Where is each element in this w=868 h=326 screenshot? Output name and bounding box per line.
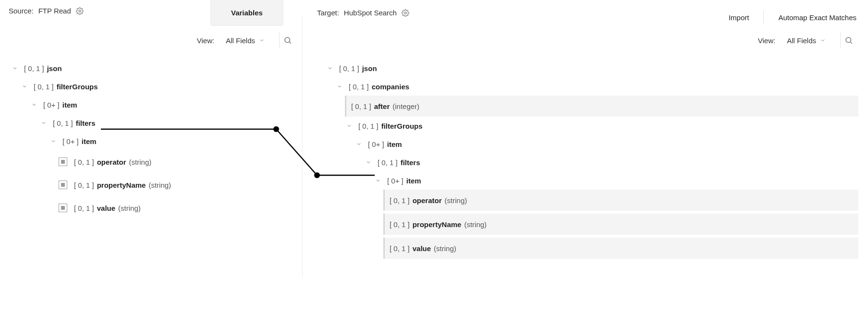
field-name: value [413, 244, 431, 253]
cardinality: [ 0, 1 ] [74, 204, 94, 212]
svg-point-2 [285, 37, 290, 43]
field-name: filters [401, 158, 420, 167]
chevron-down-icon[interactable] [335, 82, 344, 91]
field-name: filterGroups [381, 122, 423, 130]
field-type: (string) [118, 204, 141, 212]
field-name: item [387, 140, 402, 148]
field-checkbox[interactable] [59, 204, 67, 212]
tree-node-item-mapped[interactable]: [ 0+ ] item [326, 171, 862, 190]
panels: View: All Fields [ 0, 1 ] json [0, 15, 868, 278]
field-name: after [374, 102, 390, 110]
target-toolbar: View: All Fields [303, 15, 868, 57]
search-button[interactable] [279, 32, 295, 48]
tree-node-operator[interactable]: [ 0, 1 ] operator (string) [11, 150, 296, 173]
cardinality: [ 0+ ] [387, 177, 403, 185]
field-name: propertyName [97, 181, 146, 189]
svg-point-4 [846, 37, 851, 43]
chevron-down-icon[interactable] [20, 82, 29, 91]
field-type: (string) [148, 181, 171, 189]
field-type: (string) [434, 244, 456, 253]
svg-point-0 [79, 10, 81, 12]
cardinality: [ 0, 1 ] [53, 119, 73, 127]
view-value: All Fields [787, 36, 816, 45]
chevron-down-icon[interactable] [11, 64, 19, 72]
tree-node-value[interactable]: [ 0, 1 ] value (string) [11, 196, 296, 219]
gear-icon[interactable] [76, 7, 84, 15]
tree-node-propertyname[interactable]: [ 0, 1 ] propertyName (string) [11, 173, 296, 196]
view-value: All Fields [226, 36, 255, 45]
chevron-down-icon[interactable] [49, 137, 58, 145]
cardinality: [ 0, 1 ] [349, 83, 369, 91]
tree-node-item[interactable]: [ 0+ ] item [326, 135, 862, 153]
chevron-down-icon[interactable] [345, 121, 354, 130]
chevron-down-icon [259, 37, 265, 43]
field-name: companies [372, 83, 409, 91]
target-tree: [ 0, 1 ] json [ 0, 1 ] companies [ 0, 1 … [303, 57, 868, 259]
cardinality: [ 0, 1 ] [34, 83, 54, 91]
source-block: Source: FTP Read [9, 7, 220, 15]
source-tree: [ 0, 1 ] json [ 0, 1 ] filterGroups [ 0+… [0, 57, 302, 219]
svg-line-5 [850, 42, 852, 43]
cardinality: [ 0+ ] [43, 101, 60, 109]
source-toolbar: View: All Fields [0, 15, 302, 57]
tree-node-companies[interactable]: [ 0, 1 ] companies [326, 77, 862, 96]
tree-node-after[interactable]: [ 0, 1 ] after (integer) [326, 96, 862, 117]
cardinality: [ 0+ ] [368, 140, 384, 148]
field-checkbox[interactable] [59, 157, 67, 166]
svg-point-1 [404, 12, 406, 14]
field-name: item [62, 101, 77, 109]
field-name: operator [413, 196, 442, 205]
search-button[interactable] [840, 32, 856, 48]
tree-node-operator[interactable]: [ 0, 1 ] operator (string) [326, 190, 862, 211]
tree-node-propertyname[interactable]: [ 0, 1 ] propertyName (string) [326, 214, 862, 235]
field-type: (string) [464, 220, 487, 229]
tree-node-value[interactable]: [ 0, 1 ] value (string) [326, 238, 862, 259]
source-label: Source: [9, 7, 34, 15]
field-checkbox[interactable] [59, 181, 67, 189]
tree-node-filtergroups[interactable]: [ 0, 1 ] filterGroups [11, 77, 296, 96]
tree-node-json[interactable]: [ 0, 1 ] json [326, 59, 862, 77]
chevron-down-icon[interactable] [374, 176, 382, 185]
chevron-down-icon[interactable] [364, 158, 373, 167]
view-label: View: [758, 36, 775, 45]
source-panel: View: All Fields [ 0, 1 ] json [0, 15, 303, 278]
view-select[interactable]: All Fields [221, 34, 269, 48]
cardinality: [ 0, 1 ] [351, 102, 371, 110]
cardinality: [ 0, 1 ] [339, 64, 359, 72]
chevron-down-icon[interactable] [355, 140, 363, 148]
field-name: operator [97, 158, 126, 166]
tree-node-json[interactable]: [ 0, 1 ] json [11, 59, 296, 77]
tree-node-item-mapped[interactable]: [ 0+ ] item [11, 132, 296, 150]
chevron-down-icon[interactable] [39, 119, 48, 127]
field-name: item [82, 137, 97, 145]
chevron-down-icon[interactable] [30, 100, 38, 109]
view-select[interactable]: All Fields [782, 34, 831, 48]
cardinality: [ 0, 1 ] [378, 158, 398, 167]
field-type: (integer) [392, 102, 419, 110]
cardinality: [ 0, 1 ] [390, 196, 410, 205]
cardinality: [ 0, 1 ] [24, 64, 44, 72]
tree-node-item[interactable]: [ 0+ ] item [11, 96, 296, 114]
field-name: propertyName [413, 220, 462, 229]
field-name: json [362, 64, 377, 72]
field-name: filterGroups [57, 83, 98, 91]
view-row: View: All Fields [197, 28, 295, 52]
chevron-down-icon [820, 37, 826, 43]
cardinality: [ 0, 1 ] [74, 158, 94, 166]
field-name: value [97, 204, 115, 212]
field-name: json [47, 64, 62, 72]
cardinality: [ 0, 1 ] [390, 220, 410, 229]
field-type: (string) [129, 158, 152, 166]
tree-node-filtergroups[interactable]: [ 0, 1 ] filterGroups [326, 117, 862, 135]
svg-line-3 [289, 42, 291, 43]
view-row: View: All Fields [758, 28, 856, 52]
tree-node-filters[interactable]: [ 0, 1 ] filters [326, 153, 862, 171]
field-name: item [406, 177, 421, 185]
cardinality: [ 0, 1 ] [74, 181, 94, 189]
chevron-down-icon[interactable] [326, 64, 334, 72]
cardinality: [ 0, 1 ] [390, 244, 410, 253]
tree-node-filters[interactable]: [ 0, 1 ] filters [11, 114, 296, 132]
target-panel: View: All Fields [ 0, 1 ] json [303, 15, 868, 278]
source-name: FTP Read [38, 7, 71, 15]
cardinality: [ 0+ ] [62, 137, 79, 145]
